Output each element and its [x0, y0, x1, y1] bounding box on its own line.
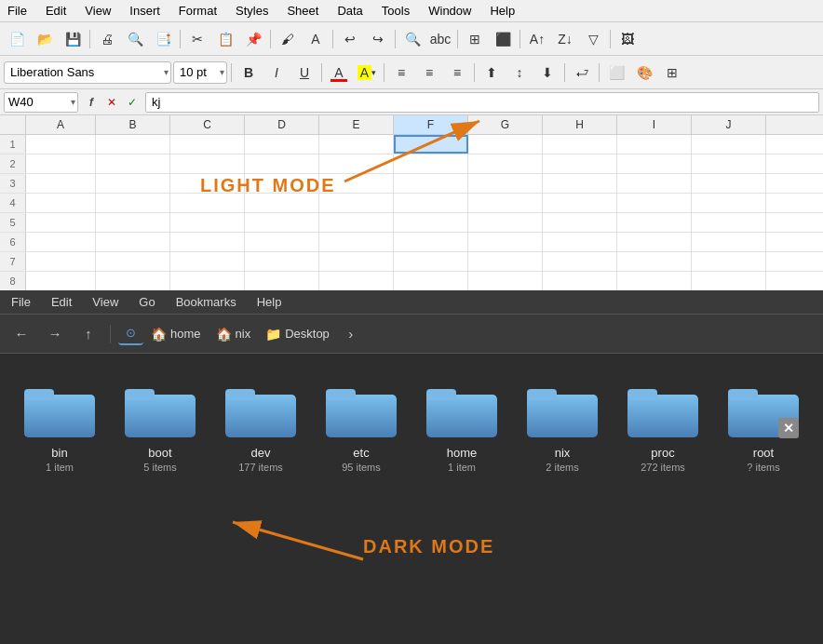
back-button[interactable]: ← — [7, 321, 35, 347]
spell-btn[interactable]: abc — [427, 27, 453, 51]
col-header-f[interactable]: F — [394, 115, 468, 134]
cell-b8[interactable] — [96, 272, 170, 290]
cell-e4[interactable] — [319, 194, 394, 212]
cell-g2[interactable] — [468, 154, 543, 173]
align-left-btn[interactable]: ≡ — [388, 60, 414, 85]
accept-formula-icon[interactable]: ✓ — [123, 93, 142, 112]
cell-c2[interactable] — [170, 154, 245, 173]
menu-help[interactable]: Help — [486, 2, 519, 20]
cell-a1[interactable] — [26, 135, 96, 154]
cell-h5[interactable] — [543, 213, 617, 232]
cut-btn[interactable]: ✂ — [184, 27, 210, 51]
cell-i2[interactable] — [617, 154, 692, 173]
cell-e8[interactable] — [319, 272, 394, 290]
cell-h6[interactable] — [543, 233, 617, 251]
cell-j7[interactable] — [692, 252, 766, 271]
italic-button[interactable]: I — [263, 60, 290, 85]
bold-button[interactable]: B — [236, 60, 262, 85]
char-format-btn[interactable]: A — [303, 27, 329, 51]
cell-e1[interactable] — [319, 135, 394, 154]
cell-b5[interactable] — [96, 213, 170, 232]
cell-e5[interactable] — [319, 213, 394, 232]
cell-f5[interactable] — [394, 213, 468, 232]
cell-b3[interactable] — [96, 174, 170, 193]
border-btn[interactable]: ⬜ — [603, 60, 629, 85]
cell-b6[interactable] — [96, 233, 170, 251]
column-btn[interactable]: ⬛ — [490, 27, 516, 51]
menu-edit[interactable]: Edit — [42, 2, 70, 20]
cell-e7[interactable] — [319, 252, 394, 271]
cell-j4[interactable] — [692, 194, 766, 212]
cell-b2[interactable] — [96, 154, 170, 173]
save-btn[interactable]: 💾 — [60, 27, 86, 51]
cell-g1[interactable] — [468, 135, 543, 154]
cell-d6[interactable] — [245, 233, 319, 251]
cell-f4[interactable] — [394, 194, 468, 212]
cell-c7[interactable] — [170, 252, 245, 271]
align-right-btn[interactable]: ≡ — [444, 60, 470, 85]
cell-a6[interactable] — [26, 233, 96, 251]
cell-j3[interactable] — [692, 174, 766, 193]
cell-a3[interactable] — [26, 174, 96, 193]
fm-menu-file[interactable]: File — [7, 293, 34, 311]
col-header-g[interactable]: G — [468, 115, 543, 134]
col-header-d[interactable]: D — [245, 115, 319, 134]
col-header-j[interactable]: J — [692, 115, 766, 134]
cell-e2[interactable] — [319, 154, 394, 173]
cell-d1[interactable] — [245, 135, 319, 154]
col-header-h[interactable]: H — [543, 115, 617, 134]
folder-proc[interactable]: proc 272 items — [613, 372, 713, 480]
forward-button[interactable]: → — [41, 321, 69, 347]
menu-sheet[interactable]: Sheet — [283, 2, 322, 20]
cell-d8[interactable] — [245, 272, 319, 290]
folder-home[interactable]: home 1 item — [412, 372, 512, 480]
cell-h3[interactable] — [543, 174, 617, 193]
cell-c8[interactable] — [170, 272, 245, 290]
cell-i7[interactable] — [617, 252, 692, 271]
redo-btn[interactable]: ↪ — [365, 27, 391, 51]
cell-g3[interactable] — [468, 174, 543, 193]
formula-input[interactable]: kj — [145, 92, 819, 113]
cell-f1[interactable] — [394, 135, 468, 154]
breadcrumb-desktop[interactable]: 📁 Desktop — [258, 323, 337, 345]
folder-boot[interactable]: boot 5 items — [110, 372, 210, 480]
col-header-c[interactable]: C — [170, 115, 245, 134]
cell-f6[interactable] — [394, 233, 468, 251]
pdf-btn[interactable]: 📑 — [150, 27, 176, 51]
align-middle-btn[interactable]: ↕ — [506, 60, 533, 85]
cell-f7[interactable] — [394, 252, 468, 271]
menu-view[interactable]: View — [81, 2, 115, 20]
menu-data[interactable]: Data — [333, 2, 366, 20]
cell-f2[interactable] — [394, 154, 468, 173]
cell-i6[interactable] — [617, 233, 692, 251]
cell-a8[interactable] — [26, 272, 96, 290]
col-header-e[interactable]: E — [319, 115, 394, 134]
table-btn[interactable]: ⊞ — [462, 27, 488, 51]
breadcrumb-nix[interactable]: 🏠 nix — [209, 323, 259, 345]
breadcrumb-home[interactable]: 🏠 home — [143, 323, 209, 345]
cell-h8[interactable] — [543, 272, 617, 290]
up-button[interactable]: ↑ — [74, 321, 102, 347]
cell-i4[interactable] — [617, 194, 692, 212]
cell-g5[interactable] — [468, 213, 543, 232]
cell-i3[interactable] — [617, 174, 692, 193]
merge-btn[interactable]: ⊞ — [659, 60, 685, 85]
sort-asc-btn[interactable]: A↑ — [524, 27, 550, 51]
menu-tools[interactable]: Tools — [378, 2, 413, 20]
align-bottom-btn[interactable]: ⬇ — [534, 60, 560, 85]
menu-window[interactable]: Window — [425, 2, 475, 20]
cell-g7[interactable] — [468, 252, 543, 271]
cell-h2[interactable] — [543, 154, 617, 173]
cell-c3[interactable] — [170, 174, 245, 193]
bg-color-btn[interactable]: 🎨 — [631, 60, 657, 85]
underline-button[interactable]: U — [291, 60, 317, 85]
paste-btn[interactable]: 📌 — [240, 27, 266, 51]
cell-a5[interactable] — [26, 213, 96, 232]
folder-nix[interactable]: nix 2 items — [512, 372, 613, 480]
font-selector[interactable]: Liberation Sans ▾ — [4, 61, 171, 84]
print-btn[interactable]: 🖨 — [94, 27, 120, 51]
cell-d4[interactable] — [245, 194, 319, 212]
cell-c4[interactable] — [170, 194, 245, 212]
wrap-text-btn[interactable]: ⮐ — [569, 60, 595, 85]
cell-d3[interactable] — [245, 174, 319, 193]
